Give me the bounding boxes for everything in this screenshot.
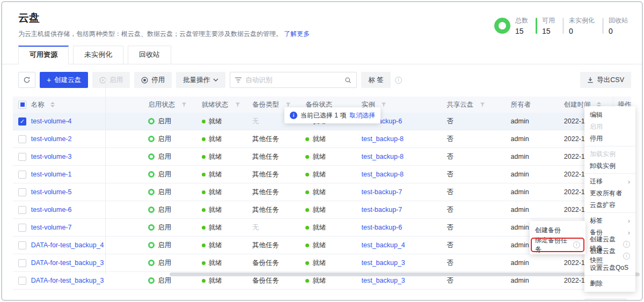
volume-name-link[interactable]: DATA-for-test_backup_3 (31, 259, 104, 267)
page-size-select[interactable]: 10 项/页 (584, 299, 627, 301)
menu-item-label: 设置云盘QoS (590, 263, 630, 272)
volume-name-link[interactable]: test-volume-1 (31, 171, 72, 178)
volume-name-link[interactable]: test-volume-2 (31, 135, 72, 143)
stat-未实例化: 未实例化0 (562, 16, 595, 35)
ready-status-icon (202, 261, 206, 265)
owner-value: admin (511, 206, 564, 213)
submenu-item-绑定备份任务[interactable]: 绑定备份任务i (530, 238, 586, 252)
filter-funnel-icon[interactable] (381, 102, 386, 107)
menu-item-迁移[interactable]: 迁移› (584, 175, 635, 187)
volume-name-link[interactable]: test-volume-3 (31, 153, 72, 160)
sort-icon[interactable] (50, 102, 55, 107)
volume-name-link[interactable]: test-volume-5 (31, 188, 72, 196)
row-checkbox[interactable] (18, 188, 26, 196)
instance-link[interactable]: test_backup-8 (362, 135, 404, 143)
submenu-arrow-icon: › (628, 178, 630, 186)
row-checkbox[interactable] (18, 135, 26, 143)
backup-type-label: 其他任务 (252, 152, 279, 161)
ready-status-icon (202, 120, 206, 123)
search-input[interactable] (245, 76, 341, 84)
submenu-arrow-icon: › (628, 217, 630, 225)
volume-name-link[interactable]: test-volume-4 (31, 117, 72, 125)
enable-button[interactable]: 启用 (92, 72, 130, 88)
filter-funnel-icon[interactable] (181, 102, 187, 107)
shared-volume-value: 否 (447, 152, 510, 161)
info-icon[interactable]: i (395, 77, 402, 84)
page-header: 云盘 为云主机提供存储，包括两种类型：根云盘、数据云盘；云盘管理主要涉及数据云盘… (2, 2, 642, 39)
instance-link[interactable]: test_backup_4 (362, 241, 405, 249)
batch-operations-button[interactable]: 批量操作 (176, 72, 225, 88)
instance-link[interactable]: test-backup-7 (362, 206, 402, 213)
menu-item-删除[interactable]: 删除 (584, 277, 635, 289)
ready-status-icon (202, 173, 206, 176)
row-checkbox[interactable] (18, 277, 26, 285)
filter-funnel-icon[interactable] (235, 102, 240, 107)
stop-circle-icon (141, 77, 148, 84)
row-checkbox[interactable] (18, 206, 26, 214)
menu-item-启用: 启用 (584, 121, 635, 132)
select-all-checkbox[interactable] (18, 101, 26, 109)
owner-value: admin (511, 117, 564, 125)
enabled-status-icon (148, 224, 155, 231)
row-checkbox[interactable] (18, 241, 26, 249)
shared-volume-value: 否 (447, 170, 510, 179)
instance-link[interactable]: test_backup-8 (362, 153, 404, 160)
menu-item-编辑[interactable]: 编辑 (584, 109, 635, 121)
row-checkbox[interactable] (18, 117, 26, 126)
info-icon: i (623, 241, 630, 248)
volume-name-link[interactable]: test-volume-7 (31, 224, 72, 231)
instance-link[interactable]: test_backup_3 (362, 259, 405, 267)
deselect-link[interactable]: 取消选择 (349, 111, 375, 120)
column-header-名称: 名称 (31, 100, 148, 109)
row-checkbox[interactable] (18, 224, 26, 232)
menu-item-创建云盘快照[interactable]: 创建云盘快照i (584, 250, 635, 262)
instance-link[interactable]: test-backup-6 (362, 224, 402, 231)
ready-status-label: 就绪 (209, 276, 222, 285)
row-checkbox[interactable] (18, 259, 26, 267)
disable-button[interactable]: 停用 (134, 72, 172, 88)
export-csv-button[interactable]: 导出CSV (580, 72, 631, 88)
shared-volume-value: 否 (447, 276, 510, 285)
instance-link[interactable]: test_backup-8 (362, 171, 404, 178)
ready-status-icon (202, 279, 206, 283)
backup-type-label: 其他任务 (252, 135, 279, 144)
column-header-所有者: 所有者 (511, 100, 564, 109)
tab-未实例化[interactable]: 未实例化 (73, 46, 123, 64)
chevron-down-icon (213, 78, 218, 82)
menu-item-更改所有者[interactable]: 更改所有者 (584, 187, 635, 199)
horizontal-scrollbar-thumb[interactable] (170, 272, 640, 276)
menu-item-label: 编辑 (590, 111, 630, 120)
instance-link[interactable]: test-backup-7 (362, 188, 402, 196)
selection-tip-text: 当前已选择 1 项 (301, 111, 346, 120)
filter-funnel-icon[interactable] (286, 102, 291, 107)
menu-item-设置云盘QoS[interactable]: 设置云盘QoS (584, 262, 635, 274)
menu-item-标签[interactable]: 标签› (584, 215, 635, 226)
menu-divider (584, 275, 635, 276)
enabled-status-icon (148, 260, 155, 266)
owner-value: admin (511, 259, 564, 267)
tag-button[interactable]: 标 签 (361, 72, 390, 88)
enabled-status-label: 启用 (158, 205, 171, 215)
instance-link[interactable]: test_backup_3 (362, 277, 405, 284)
volume-name-link[interactable]: DATA-for-test_backup_4 (31, 241, 104, 249)
tab-回收站[interactable]: 回收站 (128, 46, 171, 64)
filter-funnel-icon[interactable] (480, 102, 485, 107)
menu-item-卸载实例[interactable]: 卸载实例 (584, 160, 635, 172)
menu-item-label: 标签 (590, 216, 626, 225)
refresh-button[interactable] (18, 72, 35, 88)
create-volume-button[interactable]: + 创建云盘 (40, 72, 88, 88)
tab-可用资源[interactable]: 可用资源 (18, 46, 69, 64)
shared-volume-value: 否 (447, 135, 510, 144)
backup-status-label: 就绪 (312, 170, 326, 179)
row-checkbox[interactable] (18, 153, 26, 161)
menu-item-云盘扩容[interactable]: 云盘扩容 (584, 199, 635, 211)
backup-type-label: 无 (252, 223, 259, 232)
row-checkbox[interactable] (18, 171, 26, 179)
menu-item-停用[interactable]: 停用 (584, 132, 635, 144)
volume-name-link[interactable]: DATA-for-test_backup_3 (31, 277, 104, 284)
search-icon[interactable] (345, 77, 352, 84)
learn-more-link[interactable]: 了解更多 (284, 30, 310, 38)
volume-name-link[interactable]: test-volume-6 (31, 206, 72, 213)
submenu-arrow-icon: › (628, 229, 630, 237)
enabled-status-label: 启用 (158, 241, 171, 250)
